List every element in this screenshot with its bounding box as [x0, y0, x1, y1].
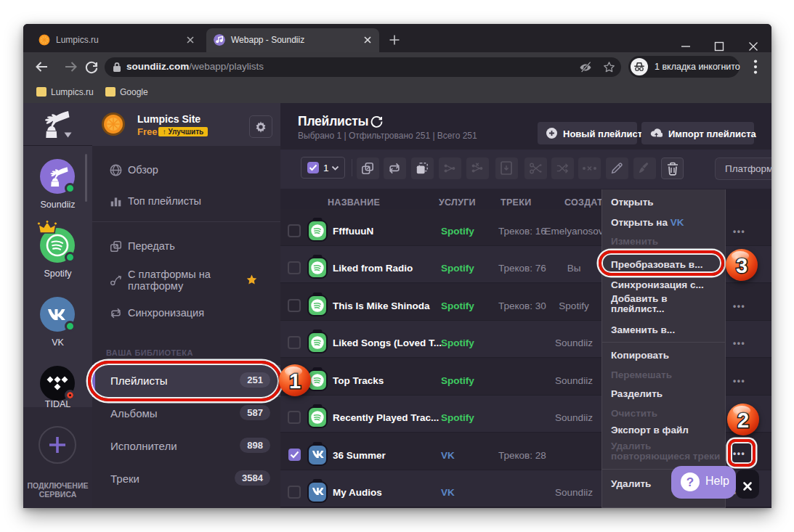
svg-text:2: 2	[737, 409, 749, 432]
svg-text:3: 3	[736, 254, 748, 277]
svg-text:1: 1	[289, 369, 301, 393]
